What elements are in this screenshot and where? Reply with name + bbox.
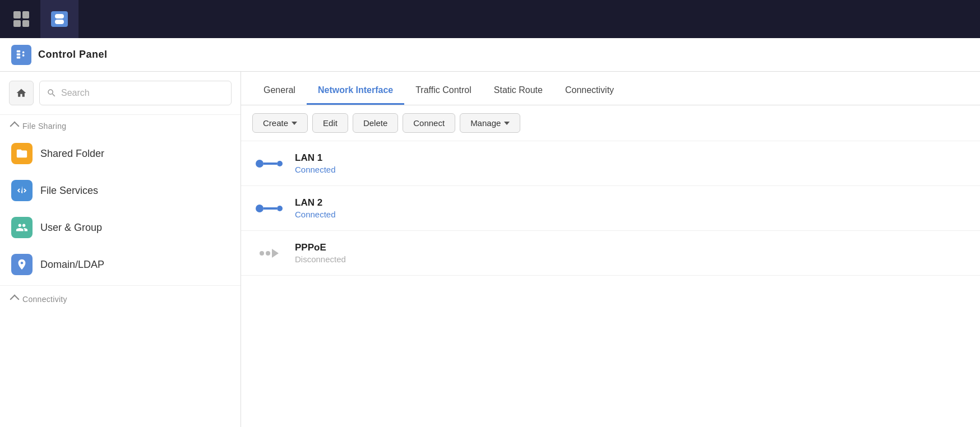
connector-line-2 xyxy=(264,207,277,210)
interface-list: LAN 1 Connected LAN 2 Connected xyxy=(241,141,980,427)
sidebar-item-shared-folder[interactable]: Shared Folder xyxy=(0,135,241,172)
connectivity-chevron xyxy=(10,295,20,304)
tab-traffic-control[interactable]: Traffic Control xyxy=(404,77,483,105)
main-layout: File Sharing Shared Folder File Services xyxy=(0,72,980,427)
user-group-icon xyxy=(11,217,33,238)
pppoe-name: PPPoE xyxy=(295,242,967,253)
user-group-svg-icon xyxy=(16,221,28,234)
interface-item-lan2[interactable]: LAN 2 Connected xyxy=(241,186,980,231)
lan2-info: LAN 2 Connected xyxy=(295,197,967,219)
control-panel-title: Control Panel xyxy=(38,49,108,61)
search-icon xyxy=(47,88,57,98)
connector-connected-icon-2 xyxy=(256,205,283,212)
edit-button[interactable]: Edit xyxy=(312,113,348,133)
manage-dropdown-arrow xyxy=(504,122,510,125)
grid-icon xyxy=(13,11,29,27)
create-button[interactable]: Create xyxy=(252,113,308,133)
interface-item-pppoe[interactable]: PPPoE Disconnected xyxy=(241,231,980,276)
domain-ldap-label: Domain/LDAP xyxy=(40,259,104,271)
tabs-bar: General Network Interface Traffic Contro… xyxy=(241,72,980,105)
file-services-svg-icon xyxy=(16,184,28,197)
sidebar: File Sharing Shared Folder File Services xyxy=(0,72,241,427)
svg-point-4 xyxy=(22,54,25,57)
search-box xyxy=(39,81,232,105)
connector-dot-left-2 xyxy=(256,205,264,212)
file-sharing-section-header[interactable]: File Sharing xyxy=(0,115,241,135)
lan1-info: LAN 1 Connected xyxy=(295,152,967,174)
domain-svg-icon xyxy=(16,258,28,271)
dots-dot-2 xyxy=(266,251,270,256)
connect-button[interactable]: Connect xyxy=(403,113,455,133)
sidebar-item-domain-ldap[interactable]: Domain/LDAP xyxy=(0,246,241,283)
folder-svg-icon xyxy=(16,147,28,160)
pppoe-info: PPPoE Disconnected xyxy=(295,242,967,264)
lan1-name: LAN 1 xyxy=(295,152,967,164)
sidebar-item-user-group[interactable]: User & Group xyxy=(0,209,241,246)
file-sharing-label: File Sharing xyxy=(22,122,66,131)
connectivity-section-header[interactable]: Connectivity xyxy=(0,288,241,308)
svg-rect-1 xyxy=(17,53,20,55)
control-panel-header: Control Panel xyxy=(0,38,980,72)
lan1-icon xyxy=(255,155,284,173)
connector-dot-left xyxy=(256,160,264,168)
file-services-icon xyxy=(11,180,33,201)
dots-dot-1 xyxy=(260,251,264,256)
lan2-icon xyxy=(255,199,284,217)
tab-general[interactable]: General xyxy=(252,77,307,105)
user-group-label: User & Group xyxy=(40,222,102,234)
svg-rect-0 xyxy=(17,50,20,52)
connector-dot-right xyxy=(277,161,283,166)
home-icon xyxy=(16,87,27,99)
svg-point-3 xyxy=(22,51,25,53)
shared-folder-label: Shared Folder xyxy=(40,148,104,160)
sidebar-divider xyxy=(0,285,241,286)
dots-arrow xyxy=(272,249,279,258)
content-area: General Network Interface Traffic Contro… xyxy=(241,72,980,427)
svg-rect-2 xyxy=(17,56,20,58)
connector-connected-icon xyxy=(256,160,283,168)
sidebar-item-file-services[interactable]: File Services xyxy=(0,172,241,209)
tab-static-route[interactable]: Static Route xyxy=(483,77,554,105)
create-dropdown-arrow xyxy=(292,122,297,125)
switch-icon xyxy=(51,11,68,27)
lan1-status: Connected xyxy=(295,165,967,174)
taskbar xyxy=(0,0,980,38)
tab-connectivity[interactable]: Connectivity xyxy=(554,77,625,105)
control-panel-icon xyxy=(11,45,31,65)
control-panel-svg-icon xyxy=(15,49,27,61)
folder-icon xyxy=(11,143,33,164)
pppoe-icon xyxy=(255,244,284,262)
control-panel-taskbar-button[interactable] xyxy=(40,0,78,38)
domain-icon xyxy=(11,254,33,275)
file-services-label: File Services xyxy=(40,185,98,197)
dots-arrow-icon xyxy=(260,249,279,258)
file-sharing-chevron xyxy=(10,122,20,131)
connector-dot-right-2 xyxy=(277,206,283,211)
connector-line xyxy=(264,163,277,165)
lan2-name: LAN 2 xyxy=(295,197,967,208)
sidebar-search-row xyxy=(0,72,241,115)
connectivity-label: Connectivity xyxy=(22,295,67,304)
delete-button[interactable]: Delete xyxy=(353,113,398,133)
grid-view-button[interactable] xyxy=(2,0,40,38)
tab-network-interface[interactable]: Network Interface xyxy=(307,77,404,105)
lan2-status: Connected xyxy=(295,210,967,219)
home-button[interactable] xyxy=(9,81,34,105)
manage-button[interactable]: Manage xyxy=(460,113,520,133)
pppoe-status: Disconnected xyxy=(295,254,967,264)
interface-item-lan1[interactable]: LAN 1 Connected xyxy=(241,141,980,186)
search-input[interactable] xyxy=(61,88,224,98)
toolbar: Create Edit Delete Connect Manage xyxy=(241,105,980,141)
